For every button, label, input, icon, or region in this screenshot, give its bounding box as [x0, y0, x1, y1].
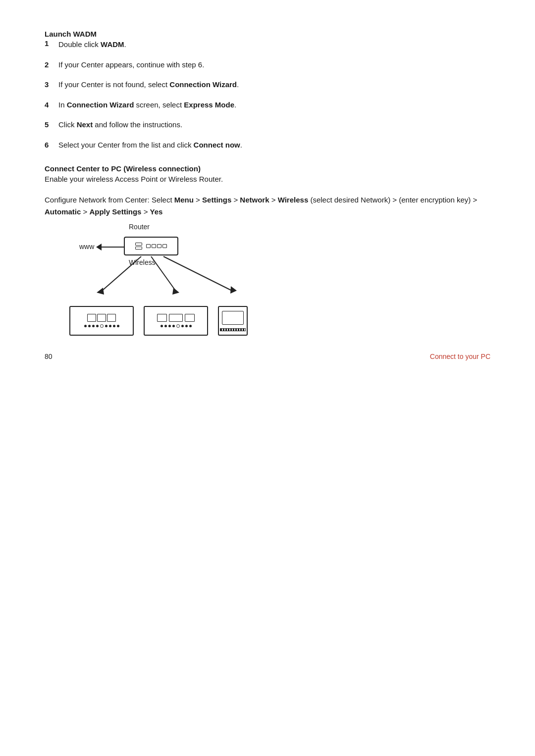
- wireless-diagram: Router www: [64, 232, 272, 341]
- step-1: 1 Double click WADM.: [45, 39, 490, 50]
- step-6-text: Select your Center from the list and cli…: [58, 140, 242, 151]
- page-number: 80: [45, 353, 53, 360]
- svg-line-4: [163, 256, 233, 291]
- device2-box: [144, 306, 208, 336]
- step-num-5: 5: [45, 119, 58, 131]
- step-1-text: Double click WADM.: [58, 39, 126, 50]
- svg-marker-5: [230, 286, 237, 294]
- svg-marker-1: [97, 288, 104, 295]
- svg-marker-3: [172, 288, 179, 295]
- router-box: [124, 237, 178, 255]
- step-4: 4 In Connection Wizard screen, select Ex…: [45, 100, 490, 111]
- www-arrow-head: [96, 244, 102, 251]
- page-footer: 80 Connect to your PC: [0, 353, 535, 360]
- connect-heading: Connect Center to PC (Wireless connectio…: [45, 164, 490, 173]
- device3-laptop: [218, 306, 248, 336]
- step-2-text: If your Center appears, continue with st…: [58, 59, 204, 71]
- arrows-svg: [64, 254, 272, 299]
- step-3: 3 If your Center is not found, select Co…: [45, 79, 490, 91]
- connect-subtext: Enable your wireless Access Point or Wir…: [45, 175, 490, 183]
- page-content: Launch WADM 1 Double click WADM. 2 If yo…: [0, 0, 535, 380]
- configure-text: Configure Network from Center: Select Me…: [45, 194, 490, 218]
- step-num-4: 4: [45, 100, 58, 111]
- laptop-keyboard: [220, 328, 246, 331]
- wireless-label: Wireless: [129, 258, 156, 266]
- step-6: 6 Select your Center from the list and c…: [45, 140, 490, 151]
- device1-box: [69, 306, 134, 336]
- connect-section: Connect Center to PC (Wireless connectio…: [45, 164, 490, 341]
- step-num-1: 1: [45, 39, 58, 50]
- launch-wadm-heading: Launch WADM: [45, 30, 490, 38]
- step-2: 2 If your Center appears, continue with …: [45, 59, 490, 71]
- step-num-6: 6: [45, 140, 58, 151]
- step-5-text: Click Next and follow the instructions.: [58, 119, 182, 131]
- www-label: www: [79, 243, 94, 251]
- step-num-2: 2: [45, 59, 58, 71]
- step-num-3: 3: [45, 79, 58, 91]
- step-3-text: If your Center is not found, select Conn…: [58, 79, 239, 91]
- step-4-text: In Connection Wizard screen, select Expr…: [58, 100, 236, 111]
- router-inner: [135, 243, 167, 250]
- launch-wadm-section: Launch WADM 1 Double click WADM.: [45, 30, 490, 50]
- step-5: 5 Click Next and follow the instructions…: [45, 119, 490, 131]
- router-label: Router: [129, 223, 150, 231]
- footer-section-title: Connect to your PC: [430, 353, 490, 360]
- www-arrow-line: [98, 247, 124, 248]
